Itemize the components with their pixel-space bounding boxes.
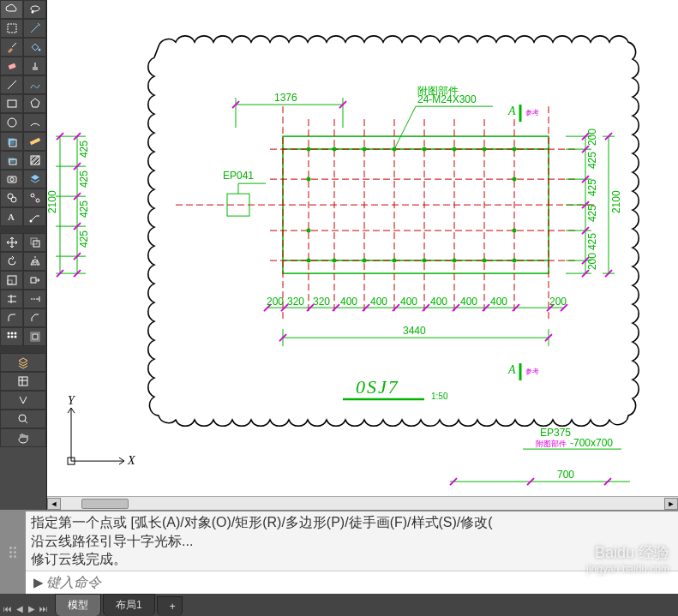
command-input[interactable] [46, 573, 673, 592]
svg-point-57 [333, 147, 337, 152]
tool-cloud[interactable] [0, 0, 23, 19]
svg-text:425: 425 [78, 230, 90, 248]
svg-rect-11 [29, 138, 40, 146]
svg-point-66 [307, 229, 311, 233]
tool-copy[interactable] [23, 233, 46, 252]
svg-point-3 [38, 49, 40, 51]
tool-measure[interactable] [23, 132, 46, 151]
tool-match[interactable] [0, 391, 46, 410]
svg-point-65 [513, 177, 517, 182]
scroll-left-icon[interactable]: ◄ [47, 498, 61, 510]
svg-point-37 [19, 415, 26, 422]
horizontal-scrollbar[interactable]: ◄ ► [47, 496, 678, 510]
svg-rect-36 [19, 377, 27, 386]
svg-point-60 [423, 147, 427, 152]
tool-text[interactable]: A [0, 207, 23, 226]
svg-text:425: 425 [586, 152, 598, 169]
command-prompt-icon: ▶ [31, 575, 46, 590]
svg-text:425: 425 [586, 205, 598, 222]
svg-text:参考: 参考 [525, 368, 539, 375]
svg-text:附图部件: 附图部件 [417, 85, 459, 97]
tool-mirror[interactable] [23, 252, 46, 271]
tab-nav-next-icon[interactable]: ▶ [26, 601, 38, 616]
tab-nav-first-icon[interactable]: ⏮ [2, 601, 14, 616]
svg-text:200: 200 [549, 296, 567, 308]
tool-zoom[interactable] [0, 410, 46, 428]
drawing-canvas[interactable]: EP041 1376 24-M24X300 [47, 0, 678, 496]
tool-rect[interactable] [0, 94, 23, 113]
svg-point-33 [14, 336, 16, 338]
tool-circle[interactable] [0, 113, 23, 132]
svg-point-29 [10, 332, 13, 335]
svg-text:400: 400 [340, 296, 357, 308]
tool-fill[interactable] [23, 38, 46, 57]
svg-point-72 [423, 259, 427, 263]
tool-stretch[interactable] [23, 271, 46, 290]
tab-layout1[interactable]: 布局1 [103, 594, 155, 616]
svg-text:A: A [8, 212, 15, 222]
tab-nav-prev-icon[interactable]: ◀ [14, 601, 26, 616]
tool-line[interactable] [0, 75, 23, 94]
svg-point-31 [7, 336, 9, 338]
command-drag-handle[interactable] [0, 510, 26, 594]
top-dim: 1376 [274, 92, 297, 104]
svg-text:400: 400 [490, 296, 507, 308]
tool-hatch[interactable] [23, 151, 46, 170]
tab-nav-last-icon[interactable]: ⏭ [38, 601, 50, 616]
tool-wand[interactable] [23, 19, 46, 38]
scroll-right-icon[interactable]: ► [664, 498, 678, 510]
tab-model[interactable]: 模型 [55, 594, 101, 616]
svg-point-74 [483, 259, 487, 263]
tool-offset[interactable] [23, 327, 46, 346]
tool-eraser[interactable] [0, 57, 23, 75]
tool-move[interactable] [0, 233, 23, 252]
tool-extend[interactable] [23, 290, 46, 308]
svg-point-30 [14, 332, 16, 335]
tab-add[interactable]: + [157, 596, 183, 616]
tool-brush[interactable] [0, 38, 23, 57]
tool-camera[interactable] [0, 170, 23, 188]
tool-crop[interactable] [0, 132, 23, 151]
tool-props[interactable] [0, 372, 46, 391]
tool-chamfer[interactable] [23, 308, 46, 327]
svg-point-22 [29, 220, 32, 223]
svg-text:200: 200 [267, 296, 284, 308]
tool-anno[interactable] [23, 207, 46, 226]
svg-point-1 [31, 11, 33, 14]
left-toolbar: A [0, 0, 47, 510]
tool-curve[interactable] [23, 75, 46, 94]
svg-point-75 [513, 259, 517, 263]
tool-dim[interactable] [0, 151, 23, 170]
svg-rect-5 [33, 67, 38, 70]
tool-rect-sel[interactable] [0, 19, 23, 38]
tool-trim[interactable] [0, 290, 23, 308]
tool-pan[interactable] [0, 428, 46, 447]
ucs-icon [68, 408, 124, 464]
tool-poly[interactable] [23, 94, 46, 113]
bottom-total: 3440 [403, 325, 426, 337]
tool-layer-mgr[interactable] [0, 353, 46, 372]
svg-point-18 [11, 197, 16, 202]
tool-stamp[interactable] [23, 57, 46, 75]
tool-ungroup[interactable] [23, 188, 46, 207]
svg-point-58 [363, 147, 367, 152]
svg-text:400: 400 [400, 296, 417, 308]
axis-x-label: X [127, 454, 135, 467]
cmd-line-2: 沿云线路径引导十字光标... [31, 532, 673, 551]
tool-fillet[interactable] [0, 308, 23, 327]
svg-point-0 [31, 6, 39, 11]
tool-lasso[interactable] [23, 0, 46, 19]
tool-scale[interactable] [0, 271, 23, 290]
tool-array[interactable] [0, 327, 23, 346]
tool-group[interactable] [0, 188, 23, 207]
svg-line-82 [394, 106, 416, 149]
tool-arc[interactable] [23, 113, 46, 132]
tool-layer[interactable] [23, 170, 46, 188]
command-history: 指定第一个点或 [弧长(A)/对象(O)/矩形(R)/多边形(P)/徒手画(F)… [26, 511, 678, 571]
scroll-thumb[interactable] [81, 499, 129, 509]
tool-rotate[interactable] [0, 252, 23, 271]
drawing-title: 0SJ7 [356, 376, 399, 398]
svg-text:425: 425 [586, 233, 598, 250]
svg-rect-9 [8, 138, 15, 145]
svg-text:425: 425 [78, 141, 90, 158]
